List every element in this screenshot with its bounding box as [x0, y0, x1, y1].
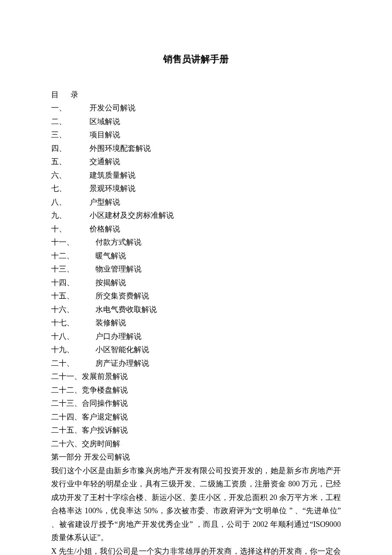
- toc-num: 十一、: [51, 236, 95, 249]
- toc-item: 六、建筑质量解说: [51, 169, 341, 182]
- toc-num: 二、: [51, 115, 89, 129]
- toc-label: 付款方式解说: [95, 236, 141, 249]
- toc-num: 二十、: [51, 357, 95, 370]
- toc-item: 二十四、客户退定解说: [51, 410, 341, 424]
- doc-title: 销售员讲解手册: [51, 51, 341, 68]
- toc-label: 所交集资费解说: [95, 289, 149, 303]
- toc-num: 十五、: [51, 289, 95, 303]
- toc-header-char-2: 录: [71, 90, 78, 99]
- toc-label: 区域解说: [89, 115, 120, 129]
- toc-item: 二十六、交房时间解: [51, 437, 341, 451]
- toc-label: 景观环境解说: [89, 182, 135, 196]
- toc-label: 房产证办理解说: [95, 357, 149, 370]
- toc-label: 装修解说: [95, 316, 126, 330]
- toc-item: 十六、水电气费收取解说: [51, 303, 341, 317]
- section-heading: 第一部分 开发公司解说: [51, 451, 341, 464]
- toc-label: 价格解说: [89, 223, 120, 236]
- toc-item: 七、景观环境解说: [51, 182, 341, 196]
- toc-item: 二十、房产证办理解说: [51, 357, 341, 370]
- toc-item: 四、外围环境配套解说: [51, 142, 341, 156]
- toc-item: 二十一、发展前景解说: [51, 370, 341, 384]
- toc-num: 十二、: [51, 249, 95, 263]
- toc-header: 目录: [51, 88, 341, 102]
- toc-num: 十三、: [51, 263, 95, 276]
- toc-header-char-1: 目: [51, 90, 59, 99]
- toc-num: 十九、: [51, 343, 95, 357]
- toc-item: 二十二、竞争楼盘解说: [51, 384, 341, 397]
- toc-num: 一、: [51, 101, 89, 115]
- toc-label: 外围环境配套解说: [89, 142, 151, 156]
- toc-num: 六、: [51, 169, 89, 182]
- toc-item: 二十三、合同操作解说: [51, 397, 341, 410]
- toc-item: 十三、物业管理解说: [51, 263, 341, 276]
- toc-label: 开发公司解说: [89, 101, 135, 115]
- toc-item: 八、户型解说: [51, 196, 341, 209]
- toc-item: 二、区域解说: [51, 115, 341, 129]
- toc-label: 物业管理解说: [95, 263, 141, 276]
- toc-label: 户型解说: [89, 196, 120, 209]
- toc-num: 十四、: [51, 276, 95, 290]
- toc-label: 建筑质量解说: [89, 169, 135, 182]
- toc-item: 二十五、客户投诉解说: [51, 424, 341, 437]
- toc-num: 四、: [51, 142, 89, 156]
- toc-item: 一、开发公司解说: [51, 101, 341, 115]
- toc-num: 七、: [51, 182, 89, 196]
- toc-item: 十七、装修解说: [51, 316, 341, 330]
- toc-item: 十四、按揭解说: [51, 276, 341, 290]
- paragraph: 我们这个小区是由新乡市豫兴房地产开发有限公司投资开发的，她是新乡市房地产开发行业…: [51, 464, 341, 545]
- toc-num: 九、: [51, 209, 89, 223]
- toc-item: 十八、户口办理解说: [51, 330, 341, 344]
- toc-label: 暖气解说: [95, 249, 126, 263]
- toc-list: 一、开发公司解说 二、区域解说 三、项目解说 四、外围环境配套解说 五、交通解说…: [51, 101, 341, 451]
- document-page: 销售员讲解手册 目录 一、开发公司解说 二、区域解说 三、项目解说 四、外围环境…: [0, 0, 392, 555]
- toc-label: 户口办理解说: [95, 330, 141, 344]
- toc-num: 十六、: [51, 303, 95, 317]
- toc-label: 小区智能化解说: [95, 343, 149, 357]
- toc-item: 三、项目解说: [51, 128, 341, 142]
- toc-label: 按揭解说: [95, 276, 126, 290]
- toc-item: 九、小区建材及交房标准解说: [51, 209, 341, 223]
- toc-label: 小区建材及交房标准解说: [89, 209, 174, 223]
- toc-label: 项目解说: [89, 128, 120, 142]
- toc-label: 交通解说: [89, 155, 120, 169]
- paragraph: X 先生/小姐，我们公司是一个实力非常雄厚的开发商，选择这样的开发商，你一定会更: [51, 545, 341, 555]
- toc-item: 十二、暖气解说: [51, 249, 341, 263]
- toc-num: 八、: [51, 196, 89, 209]
- toc-item: 十、价格解说: [51, 223, 341, 236]
- toc-num: 十、: [51, 223, 89, 236]
- toc-item: 十五、所交集资费解说: [51, 289, 341, 303]
- toc-num: 三、: [51, 128, 89, 142]
- toc-num: 五、: [51, 155, 89, 169]
- toc-num: 十七、: [51, 316, 95, 330]
- toc-item: 十一、付款方式解说: [51, 236, 341, 249]
- toc-item: 十九、小区智能化解说: [51, 343, 341, 357]
- toc-label: 水电气费收取解说: [95, 303, 157, 317]
- toc-item: 五、交通解说: [51, 155, 341, 169]
- toc-num: 十八、: [51, 330, 95, 344]
